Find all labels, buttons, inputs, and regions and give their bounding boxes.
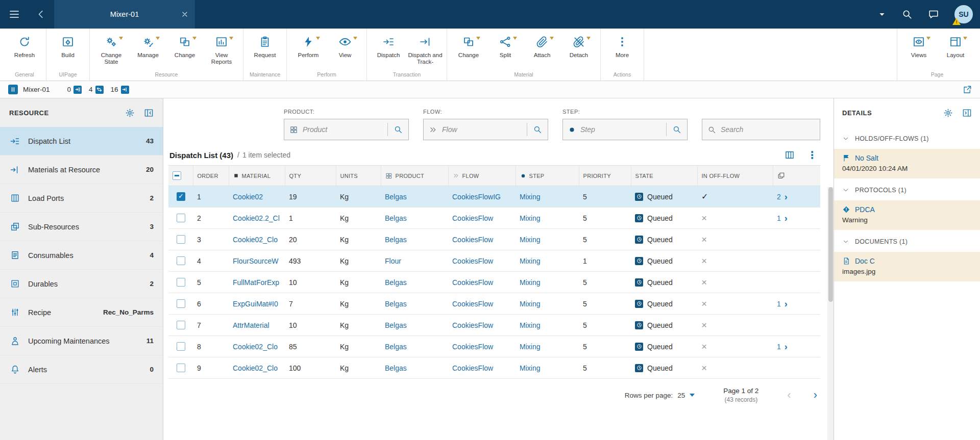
product-link[interactable]: Belgas [385,193,407,201]
messages-button[interactable] [928,9,939,20]
material-link[interactable]: FullMatForExp [233,278,279,287]
next-page-button[interactable]: › [814,389,817,402]
section-documents[interactable]: DOCUMENTS (1) [834,230,980,252]
row-checkbox[interactable] [177,192,185,201]
flow-link[interactable]: CookiesFlow [452,364,493,372]
material-link[interactable]: Cookie02_Clo [233,343,278,351]
material-link[interactable]: Cookie02_Clo [233,236,278,244]
tab-mixer-01[interactable]: Mixer-01 [54,0,195,29]
off-flow-count-link[interactable]: 2› [777,192,788,201]
product-link[interactable]: Belgas [385,300,407,308]
section-holds-off-flows[interactable]: HOLDS/OFF-FLOWS (1) [834,127,980,149]
step-link[interactable]: Mixing [520,343,540,351]
flow-link[interactable]: CookiesFlow [452,278,493,287]
column-header-state[interactable]: STATE [635,173,653,179]
material-link[interactable]: FlourSourceW [233,257,278,265]
step-link[interactable]: Mixing [520,300,540,308]
product-filter-input[interactable] [303,125,387,134]
step-link[interactable]: Mixing [520,193,540,201]
perform-button[interactable]: Perform [291,32,326,59]
material-link[interactable]: Cookie02 [233,193,263,201]
sidebar-item-alerts[interactable]: Alerts 0 [0,355,163,384]
change-state-button[interactable]: Change State [94,32,129,65]
hold-item[interactable]: No Salt 04/01/2020 10:24 AM [834,149,980,178]
view-reports-button[interactable]: View Reports [204,32,239,65]
tab-close-button[interactable] [181,0,189,29]
product-link[interactable]: Belgas [385,321,407,329]
change-resource-button[interactable]: Change [167,32,202,59]
table-row[interactable]: 3 Cookie02_Clo 20 Kg Belgas CookiesFlow … [168,229,820,250]
protocol-item[interactable]: PDCA Warning [834,200,980,230]
details-settings-button[interactable] [943,108,953,117]
table-row[interactable]: 8 Cookie02_Clo 85 Kg Belgas CookiesFlow … [168,336,820,357]
flow-link[interactable]: CookiesFlow [452,236,493,244]
step-link[interactable]: Mixing [520,321,540,329]
product-link[interactable]: Belgas [385,278,407,287]
sidebar-settings-button[interactable] [125,108,135,117]
row-checkbox[interactable] [177,321,185,329]
details-collapse-button[interactable] [962,108,972,117]
column-header-priority[interactable]: PRIORITY [583,173,611,179]
table-row[interactable]: 4 FlourSourceW 493 Kg Flour CookiesFlow … [168,250,820,272]
flow-link[interactable]: CookiesFlow [452,214,493,222]
select-all-checkbox[interactable] [173,171,181,180]
off-flow-count-link[interactable]: 1› [777,299,788,308]
section-protocols[interactable]: PROTOCOLS (1) [834,178,980,200]
step-link[interactable]: Mixing [520,257,540,265]
refresh-button[interactable]: Refresh [7,32,42,59]
split-button[interactable]: Split [488,32,523,59]
request-button[interactable]: Request [248,32,282,59]
table-row[interactable]: 6 ExpGuiMat#I0 7 Kg Belgas CookiesFlow M… [168,293,820,315]
flow-link[interactable]: CookiesFlow [452,257,493,265]
search-input[interactable] [721,125,820,134]
sidebar-collapse-button[interactable] [144,108,154,117]
user-avatar[interactable]: SU ! [954,5,973,23]
product-link[interactable]: Belgas [385,236,407,244]
change-material-button[interactable]: Change [451,32,486,59]
sidebar-item-load-ports[interactable]: Load Ports 2 [0,184,163,213]
column-header-product[interactable]: PRODUCT [396,173,425,179]
column-header-order[interactable]: ORDER [198,173,218,179]
step-link[interactable]: Mixing [520,214,540,222]
back-button[interactable] [29,0,54,29]
row-checkbox[interactable] [177,278,185,287]
list-more-button[interactable]: ⋮ [807,150,817,160]
view-button[interactable]: View [328,32,362,59]
rows-per-page-select[interactable]: Rows per page: 25 [625,392,695,399]
step-link[interactable]: Mixing [520,364,540,372]
attach-button[interactable]: Attach [525,32,559,59]
flow-link[interactable]: CookiesFlow [452,300,493,308]
step-link[interactable]: Mixing [520,236,540,244]
off-flow-count-link[interactable]: 1› [777,214,788,223]
row-checkbox[interactable] [177,256,185,265]
table-row[interactable]: 1 Cookie02 19 Kg Belgas CookiesFlowIG Mi… [168,186,820,208]
detach-button[interactable]: Detach [561,32,596,59]
sidebar-item-recipe[interactable]: Recipe Rec_No_Parms [0,298,163,327]
open-in-window-button[interactable] [963,85,972,94]
step-filter-input[interactable] [580,125,666,134]
sidebar-item-upcoming-maintenances[interactable]: Upcoming Maintenances 11 [0,327,163,355]
off-flow-count-link[interactable]: 1› [777,342,788,351]
flow-link[interactable]: CookiesFlowIG [452,193,501,201]
document-item[interactable]: Doc C images.jpg [834,252,980,281]
previous-page-button[interactable]: ‹ [787,389,791,402]
material-link[interactable]: Cookie02_Clo [233,364,278,372]
row-checkbox[interactable] [177,235,185,244]
product-link[interactable]: Belgas [385,343,407,351]
views-button[interactable]: Views [901,32,936,59]
table-row[interactable]: 5 FullMatForExp 10 Kg Belgas CookiesFlow… [168,272,820,293]
sidebar-item-dispatch-list[interactable]: Dispatch List 43 [0,127,163,156]
column-header-material[interactable]: MATERIAL [242,173,271,179]
sidebar-item-consumables[interactable]: Consumables 4 [0,241,163,270]
table-row[interactable]: 7 AttrMaterial 10 Kg Belgas CookiesFlow … [168,315,820,336]
column-header-flow[interactable]: FLOW [462,173,479,179]
menu-button[interactable] [0,0,29,29]
more-button[interactable]: More [605,32,640,59]
column-header-in-off-flow[interactable]: IN OFF-FLOW [702,173,740,179]
table-row[interactable]: 9 Cookie02_Clo 100 Kg Belgas CookiesFlow… [168,357,820,379]
row-checkbox[interactable] [177,299,185,308]
column-chooser-button[interactable] [785,150,795,160]
row-checkbox[interactable] [177,364,185,372]
material-link[interactable]: Cookie02.2_Cl [233,214,280,222]
product-link[interactable]: Flour [385,257,401,265]
